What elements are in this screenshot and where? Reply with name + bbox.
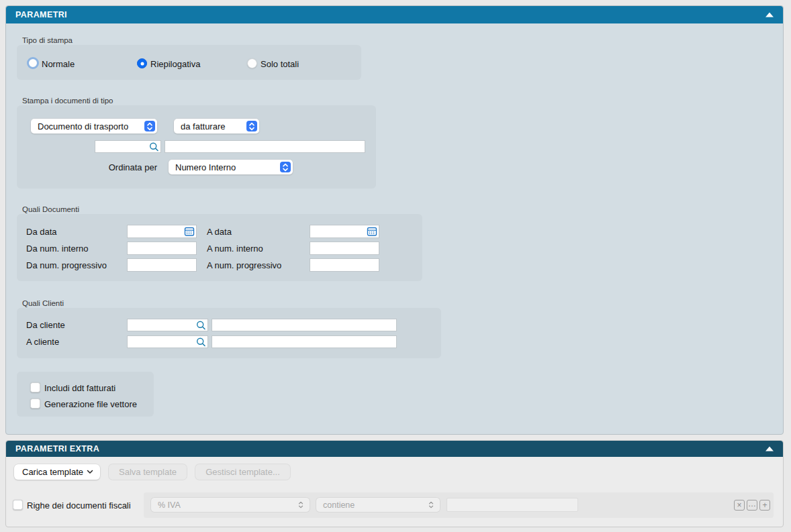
parametri-extra-panel: PARAMETRI EXTRA Carica template Salva te… <box>5 440 784 527</box>
collapse-arrow-icon[interactable] <box>765 447 774 451</box>
radio-solo-totali-label: Solo totali <box>261 59 299 69</box>
add-filter-button[interactable]: + <box>759 500 770 511</box>
da-cliente-label: Da cliente <box>26 320 65 330</box>
stato-documento-value: da fatturare <box>181 121 226 131</box>
salva-template-label: Salva template <box>119 467 177 477</box>
remove-icon: × <box>737 501 741 509</box>
generazione-file-vettore-label: Generazione file vettore <box>44 399 137 409</box>
ordinata-per-value: Numero Interno <box>175 162 236 172</box>
quali-clienti-group <box>17 308 441 358</box>
filtro-operatore-select[interactable]: contiene <box>316 498 440 512</box>
da-cliente-search <box>127 319 208 331</box>
ellipsis-icon: … <box>748 500 756 508</box>
da-cliente-nome-input[interactable] <box>212 319 397 331</box>
da-num-interno-label: Da num. interno <box>26 244 89 254</box>
updown-chevron-icon <box>280 162 291 172</box>
da-data-label: Da data <box>26 227 57 237</box>
opzioni-group <box>17 372 154 417</box>
parametri-panel-header[interactable]: PARAMETRI <box>6 6 783 23</box>
search-icon[interactable] <box>196 337 206 347</box>
filtro-valore-input[interactable] <box>447 498 578 512</box>
ordinata-per-select[interactable]: Numero Interno <box>169 160 293 174</box>
righe-documenti-fiscali-checkbox[interactable] <box>13 500 23 510</box>
parametri-panel: PARAMETRI Tipo di stampa Normale Riepilo… <box>5 5 784 435</box>
search-icon[interactable] <box>196 320 206 330</box>
salva-template-button[interactable]: Salva template <box>109 464 187 480</box>
quali-documenti-label: Quali Documenti <box>22 205 79 213</box>
stampa-documenti-label: Stampa i documenti di tipo <box>22 97 113 105</box>
ordinata-per-label: Ordinata per <box>95 162 157 172</box>
plus-icon: + <box>762 501 767 509</box>
collapse-arrow-icon[interactable] <box>765 13 774 17</box>
da-num-progressivo-label: Da num. progressivo <box>26 260 107 270</box>
includi-ddt-fatturati-checkbox[interactable] <box>30 382 40 392</box>
radio-normale[interactable] <box>27 57 39 69</box>
stato-documento-select[interactable]: da fatturare <box>174 119 259 134</box>
a-data-label: A data <box>207 227 232 237</box>
gestisci-template-label: Gestisci template... <box>205 467 280 477</box>
quali-clienti-label: Quali Clienti <box>22 299 64 307</box>
tipo-documento-value: Documento di trasporto <box>38 121 128 131</box>
parametri-extra-panel-title: PARAMETRI EXTRA <box>6 444 99 454</box>
remove-filter-button[interactable]: × <box>734 500 745 511</box>
generazione-file-vettore-checkbox[interactable] <box>30 398 40 409</box>
updown-chevron-icon <box>428 501 438 509</box>
filtro-campo-value: % IVA <box>158 500 181 510</box>
calendar-icon[interactable] <box>367 226 377 237</box>
carica-template-label: Carica template <box>22 467 83 477</box>
a-data-field <box>310 225 379 238</box>
tipo-di-stampa-label: Tipo di stampa <box>22 36 73 44</box>
more-filter-button[interactable]: … <box>747 500 757 511</box>
documento-descrizione-input[interactable] <box>165 140 365 153</box>
includi-ddt-fatturati-label: Includi ddt fatturati <box>44 383 115 393</box>
a-num-interno-input[interactable] <box>310 242 379 255</box>
a-cliente-search <box>127 335 208 348</box>
filtro-campo-select[interactable]: % IVA <box>151 498 310 512</box>
documento-codice-search <box>95 140 161 153</box>
radio-solo-totali[interactable] <box>247 58 257 68</box>
da-num-progressivo-input[interactable] <box>127 258 197 272</box>
calendar-icon[interactable] <box>184 226 195 237</box>
radio-riepilogativa[interactable] <box>137 58 147 68</box>
a-cliente-label: A cliente <box>26 337 59 347</box>
updown-chevron-icon <box>298 501 308 509</box>
a-num-interno-label: A num. interno <box>207 244 263 254</box>
a-num-progressivo-input[interactable] <box>310 258 379 272</box>
carica-template-button[interactable]: Carica template <box>14 464 100 480</box>
radio-riepilogativa-label: Riepilogativa <box>150 59 200 69</box>
da-data-field <box>127 225 197 238</box>
chevron-down-icon <box>87 470 93 474</box>
filtro-operatore-value: contiene <box>323 500 355 510</box>
radio-normale-label: Normale <box>42 59 75 69</box>
parametri-panel-title: PARAMETRI <box>6 10 67 19</box>
a-num-progressivo-label: A num. progressivo <box>207 260 281 270</box>
a-cliente-nome-input[interactable] <box>212 335 397 348</box>
parametri-extra-panel-header[interactable]: PARAMETRI EXTRA <box>6 441 783 457</box>
tipo-documento-select[interactable]: Documento di trasporto <box>31 119 157 134</box>
updown-chevron-icon <box>144 121 155 131</box>
updown-chevron-icon <box>246 121 257 131</box>
search-icon[interactable] <box>149 142 159 152</box>
gestisci-template-button[interactable]: Gestisci template... <box>195 464 290 480</box>
righe-documenti-fiscali-label: Righe dei documenti fiscali <box>27 500 131 511</box>
da-num-interno-input[interactable] <box>127 242 197 255</box>
